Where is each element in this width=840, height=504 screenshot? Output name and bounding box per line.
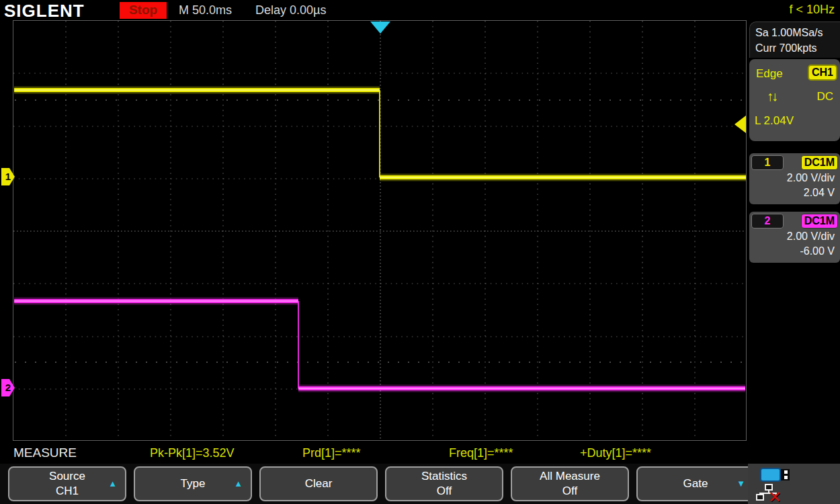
channel2-info-panel[interactable]: 2 DC1M 2.00 V/div -6.00 V bbox=[749, 212, 840, 263]
gate-button-label: Gate bbox=[683, 476, 708, 491]
trigger-coupling-label: DC bbox=[816, 90, 833, 103]
memory-depth-readout: Curr 700kpts bbox=[755, 40, 840, 56]
channel1-number-tab: 1 bbox=[751, 155, 784, 170]
up-arrow-icon: ▲ bbox=[108, 476, 117, 491]
trigger-level-readout: L 2.04V bbox=[755, 114, 794, 128]
waveform-graticule bbox=[13, 20, 747, 441]
scope-plot bbox=[13, 21, 746, 440]
channel1-coupling-badge: DC1M bbox=[801, 155, 838, 170]
acquisition-status-badge: Stop bbox=[120, 2, 167, 19]
siglent-logo: SIGLENT bbox=[4, 1, 85, 22]
measure-title: MEASURE bbox=[13, 446, 77, 460]
sample-rate-readout: Sa 1.00MSa/s bbox=[755, 25, 840, 40]
status-icons-block: ✕ bbox=[748, 464, 840, 504]
source-button-label: Source bbox=[49, 469, 85, 484]
clear-button[interactable]: Clear bbox=[259, 466, 378, 501]
channel2-number-tab: 2 bbox=[751, 214, 784, 228]
statistics-button-label: Statistics bbox=[421, 469, 467, 484]
measure-pkpk-readout: Pk-Pk[1]=3.52V bbox=[150, 446, 235, 460]
source-button[interactable]: Source CH1 ▲ bbox=[8, 466, 126, 501]
type-button-label: Type bbox=[181, 476, 206, 491]
source-button-value: CH1 bbox=[56, 484, 79, 499]
channel2-coupling-badge: DC1M bbox=[801, 214, 838, 228]
top-status-bar: SIGLENT Stop M 50.0ms Delay 0.00µs f < 1… bbox=[0, 0, 840, 20]
frequency-counter-readout: f < 10Hz bbox=[789, 3, 835, 17]
statistics-button-value: Off bbox=[437, 484, 452, 499]
all-measure-button-value: Off bbox=[562, 484, 577, 499]
oscilloscope-screen: SIGLENT Stop M 50.0ms Delay 0.00µs f < 1… bbox=[0, 0, 840, 504]
trigger-info-panel: Edge CH1 ↑↓ DC L 2.04V bbox=[749, 59, 840, 141]
lan-disconnected-icon: ✕ bbox=[756, 484, 784, 503]
channel1-info-panel[interactable]: 1 DC1M 2.00 V/div 2.04 V bbox=[749, 153, 840, 204]
channel1-scale-readout: 2.00 V/div bbox=[787, 172, 835, 184]
all-measure-button[interactable]: All Measure Off bbox=[511, 466, 629, 501]
acquisition-info-panel: Sa 1.00MSa/s Curr 700kpts bbox=[749, 22, 840, 58]
usb-device-icon bbox=[760, 467, 790, 482]
channel2-offset-readout: -6.00 V bbox=[800, 245, 835, 257]
trigger-type-label: Edge bbox=[756, 67, 783, 81]
measure-duty-readout: +Duty[1]=**** bbox=[580, 446, 651, 460]
down-arrow-icon: ▼ bbox=[737, 476, 745, 491]
right-sidebar: Sa 1.00MSa/s Curr 700kpts Edge CH1 ↑↓ DC… bbox=[748, 20, 840, 464]
timebase-readout: M 50.0ms bbox=[179, 3, 232, 17]
soft-menu-bar: Source CH1 ▲ Type ▲ Clear Statistics Off… bbox=[0, 464, 840, 504]
usb-body bbox=[760, 468, 781, 482]
measure-readout-bar: MEASURE Pk-Pk[1]=3.52V Prd[1]=**** Freq[… bbox=[0, 441, 748, 464]
trigger-slope-icon: ↑↓ bbox=[767, 89, 776, 104]
gate-button[interactable]: Gate ▼ bbox=[636, 466, 755, 501]
measure-period-readout: Prd[1]=**** bbox=[302, 446, 361, 460]
clear-button-label: Clear bbox=[305, 476, 333, 491]
trigger-level-marker-icon[interactable] bbox=[734, 116, 746, 133]
statistics-button[interactable]: Statistics Off bbox=[385, 466, 503, 501]
all-measure-button-label: All Measure bbox=[540, 469, 600, 484]
trigger-source-badge: CH1 bbox=[808, 65, 837, 81]
measure-freq-readout: Freq[1]=**** bbox=[449, 446, 513, 460]
lan-cross-icon: ✕ bbox=[768, 488, 782, 504]
delay-readout: Delay 0.00µs bbox=[255, 3, 326, 17]
up-arrow-icon: ▲ bbox=[234, 476, 243, 491]
type-button[interactable]: Type ▲ bbox=[134, 466, 252, 501]
channel2-scale-readout: 2.00 V/div bbox=[787, 230, 835, 243]
trigger-position-marker-icon[interactable] bbox=[370, 22, 390, 34]
channel1-offset-readout: 2.04 V bbox=[804, 187, 835, 199]
